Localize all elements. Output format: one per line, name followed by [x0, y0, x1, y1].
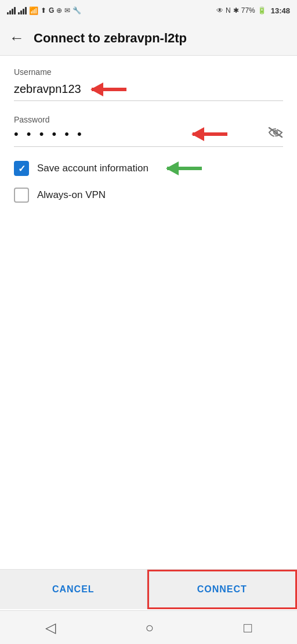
- always-on-checkbox[interactable]: [14, 188, 29, 203]
- upload-icon: ⬆: [41, 6, 46, 15]
- g-icon: G: [49, 6, 54, 15]
- wifi-icon: 📶: [29, 6, 38, 15]
- always-on-label: Always-on VPN: [37, 189, 106, 201]
- signal-icon-1: [7, 6, 16, 15]
- password-dots: • • • • • •: [14, 127, 182, 142]
- back-nav-icon[interactable]: ◁: [45, 620, 56, 636]
- cancel-button[interactable]: CANCEL: [0, 570, 147, 609]
- header: ← Connect to zebravpn-l2tp: [0, 21, 297, 56]
- password-field-row: Password • • • • • •: [14, 115, 283, 147]
- username-label: Username: [14, 67, 283, 77]
- mail-icon: ✉: [64, 6, 70, 15]
- eye-monitor-icon: 👁: [216, 6, 223, 15]
- username-value-row: zebravpn123: [14, 79, 283, 101]
- signal-icon-2: [18, 6, 27, 15]
- nfc-icon: N: [226, 6, 231, 15]
- bluetooth-icon: ✱: [233, 6, 239, 15]
- password-value-row: • • • • • •: [14, 127, 283, 147]
- save-account-row[interactable]: ✓ Save account information: [14, 161, 283, 176]
- save-account-arrow-indicator: [167, 162, 213, 175]
- recents-nav-icon[interactable]: □: [244, 620, 252, 636]
- status-bar: 📶 ⬆ G ⊕ ✉ 🔧 👁 N ✱ 77% 🔋 13:48: [0, 0, 297, 21]
- battery-percent: 77%: [241, 6, 255, 15]
- password-label: Password: [14, 115, 283, 124]
- navigation-bar: ◁ ○ □: [0, 610, 297, 644]
- toggle-password-visibility-button[interactable]: [268, 127, 283, 142]
- back-button[interactable]: ←: [9, 29, 24, 47]
- username-arrow-indicator: [92, 83, 138, 96]
- bottom-buttons: CANCEL CONNECT: [0, 569, 297, 609]
- page-title: Connect to zebravpn-l2tp: [34, 31, 187, 46]
- connect-button[interactable]: CONNECT: [147, 570, 298, 609]
- save-account-checkbox[interactable]: ✓: [14, 161, 29, 176]
- battery-icon: 🔋: [258, 6, 266, 15]
- location-icon: ⊕: [56, 6, 62, 15]
- form-content: Username zebravpn123 Password • • • • • …: [0, 56, 297, 226]
- status-right: 👁 N ✱ 77% 🔋 13:48: [216, 6, 290, 15]
- username-value: zebravpn123: [14, 82, 81, 96]
- time: 13:48: [271, 6, 290, 15]
- save-account-label: Save account information: [37, 163, 148, 174]
- tool-icon: 🔧: [73, 6, 81, 15]
- home-nav-icon[interactable]: ○: [146, 620, 154, 636]
- checkmark-icon: ✓: [18, 163, 26, 174]
- username-field-row: Username zebravpn123: [14, 67, 283, 101]
- always-on-row[interactable]: Always-on VPN: [14, 188, 283, 203]
- status-left: 📶 ⬆ G ⊕ ✉ 🔧: [7, 6, 81, 15]
- password-arrow-indicator: [193, 128, 239, 141]
